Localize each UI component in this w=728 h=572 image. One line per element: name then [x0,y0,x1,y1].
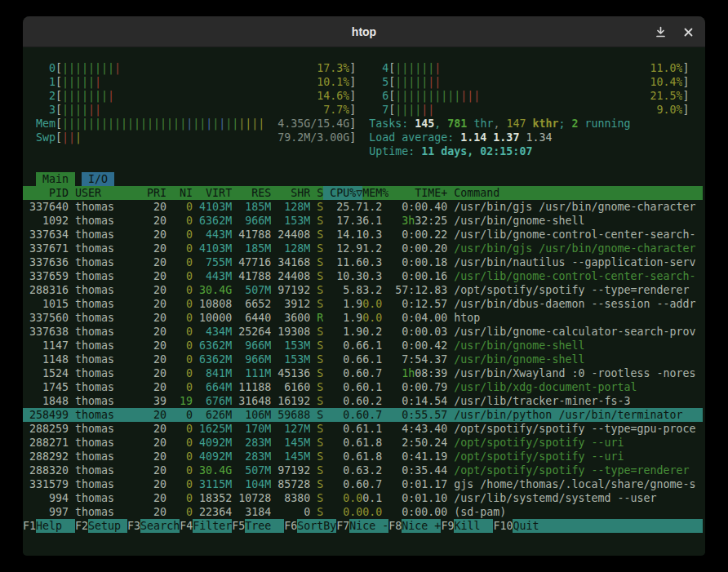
cell-text: thomas [75,201,114,213]
fkey-f8-nice[interactable]: F8Nice + [388,519,441,533]
process-row[interactable]: 337636thomas200755M4771634168S11.60.30:0… [23,255,703,269]
cell-text: 0:00.00 [402,506,447,518]
cell-shr: 24408 [271,269,310,283]
process-row[interactable]: 1092thomas2006362M966M153MS17.36.13h32:2… [23,214,703,228]
cell-time: 0:00.03 [388,325,447,339]
fkey-f3-search[interactable]: F3Search [127,519,180,533]
cell-res: 104M [232,477,271,491]
cell-text: 20 [153,312,166,324]
column-header-command[interactable]: Command [454,186,702,200]
meter-segment-olive: |||| [238,118,264,130]
process-row[interactable]: 331579thomas2003115M104M85728S0.60.70:01… [23,477,703,491]
cell-text: 0.2 [362,395,382,407]
column-header-cpu[interactable]: CPU%▽ [323,186,362,200]
cell-res: 111M [232,366,271,380]
process-row[interactable]: 288292thomas2004092M283M145MS0.61.80:41.… [23,450,703,463]
column-header-s[interactable]: S [310,186,323,200]
cell-text: 85728 [277,478,310,490]
cell-virt: 841M [193,366,232,380]
cell-text: 11188 [238,381,271,393]
fkey-f6-sortby[interactable]: F6SortBy [284,519,336,533]
process-row[interactable]: 288271thomas2004092M283M145MS0.61.82:50.… [23,436,703,450]
column-header-mem[interactable]: MEM% [362,186,388,200]
cell-user: thomas [75,505,134,519]
window-group-icon[interactable] [655,26,667,38]
cell-command: /usr/lib/systemd/systemd --user [454,491,702,505]
cell-text: 20 [153,450,166,463]
cell-text: 170M [245,423,271,435]
cell-pid: 288320 [23,463,69,477]
cell-text: 24408 [277,270,310,282]
column-header-user[interactable]: USER [75,186,134,200]
process-row[interactable]: 337560thomas2001000064403600R1.90.00:04.… [23,311,703,325]
cell-text: S [317,423,323,435]
cell-text: thomas [75,284,114,296]
column-header-res[interactable]: RES [232,186,271,200]
fkey-f10-quit[interactable]: F10Quit [493,519,702,533]
cell-res: 966M [232,353,271,366]
cell-cpu: 0.6 [323,422,362,436]
process-row[interactable]: 1848thomas3919676M3164816192S0.60.20:14.… [23,394,703,408]
cell-command: /usr/bin/gjs /usr/bin/gnome-character [454,242,702,255]
column-header-pid[interactable]: PID [23,186,69,200]
window-titlebar[interactable]: htop [23,16,705,47]
tab-io[interactable]: I/O [82,172,114,186]
cell-text: 0 [186,409,193,421]
cell-ni: 0 [166,283,193,297]
cell-state: S [310,353,323,366]
process-row[interactable]: 1745thomas200664M111886160S0.60.10:00.79… [23,380,703,394]
cell-text: 20 [153,256,166,268]
process-row[interactable]: 288320thomas20030.4G507M97192S0.63.20:35… [23,463,703,477]
process-row-selected[interactable]: 258499thomas200626M106M59688S0.60.70:55.… [23,408,703,422]
process-row[interactable]: 997thomas2002236431840S0.00.00:00.00(sd-… [23,505,703,519]
tasks-sep3: ; [558,117,571,131]
cell-text: 0 [186,312,193,324]
fkey-f1-help[interactable]: F1Help [23,519,75,533]
process-row[interactable]: 288316thomas20030.4G507M97192S5.83.257:1… [23,283,703,297]
tab-main[interactable]: Main [36,172,75,186]
cell-time: 0:14.54 [388,394,447,408]
cell-pid: 337640 [23,200,69,214]
cell-text: S [317,450,323,463]
column-header-ni[interactable]: NI [166,186,193,200]
column-header-pri[interactable]: PRI [134,186,166,200]
tasks-thr_label: thr [467,117,493,131]
load-average-label: Load average: [369,131,460,144]
window-close-icon[interactable] [683,27,694,38]
process-row[interactable]: 337671thomas2004103M185M128MS12.91.20:00… [23,242,703,255]
fkey-f4-filter[interactable]: F4Filter [180,519,232,533]
process-row[interactable]: 994thomas20018352107288380S0.00.10:01.10… [23,491,703,505]
fkey-f7-nice[interactable]: F7Nice - [336,519,388,533]
cell-res: 185M [232,242,271,255]
cell-text: 31648 [238,395,271,407]
column-header-virt[interactable]: VIRT [193,186,232,200]
process-row[interactable]: 1524thomas200841M111M45136S0.60.71h08:39… [23,366,703,380]
cell-text: 0:00.79 [402,381,447,393]
process-row[interactable]: 337640thomas2004103M185M128MS25.71.20:00… [23,200,703,214]
column-header-time[interactable]: TIME+ [388,186,447,200]
cell-text: 0.6 [343,395,362,407]
process-row[interactable]: 337659thomas200443M4178824408S10.30.30:0… [23,269,703,283]
cell-mem: 0.3 [362,255,388,269]
cell-time: 2:50.24 [388,436,447,450]
cell-shr: 59688 [271,408,310,422]
fkey-f9-kill[interactable]: F9Kill [441,519,493,533]
cell-time: 0:00.40 [388,200,447,214]
cell-text: /opt/spotify/spotify --type=renderer [454,284,689,296]
cell-user: thomas [75,242,134,255]
fkey-f2-setup[interactable]: F2Setup [75,519,127,533]
cell-user: thomas [75,463,134,477]
column-header-shr[interactable]: SHR [271,186,310,200]
cell-text: 10000 [199,312,232,324]
process-row[interactable]: 288259thomas2001625M170M127MS0.61.14:43.… [23,422,703,436]
cell-text: /opt/spotify/spotify --type=gpu-proce [454,423,695,435]
fkey-f5-tree[interactable]: F5Tree [232,519,284,533]
process-row[interactable]: 337634thomas200443M4178824408S14.10.30:0… [23,228,703,242]
cell-text: 1147 [42,339,69,352]
process-row[interactable]: 1147thomas2006362M966M153MS0.66.10:00.42… [23,339,703,353]
process-row[interactable]: 1015thomas2001080866523912S1.90.00:12.57… [23,297,703,311]
cell-state: S [310,408,323,422]
process-row[interactable]: 1148thomas2006362M966M153MS0.66.17:54.37… [23,353,703,366]
cell-text: /usr/lib/gnome-control-center-search- [454,228,695,241]
process-row[interactable]: 337638thomas200434M2526419308S1.90.20:00… [23,325,703,339]
